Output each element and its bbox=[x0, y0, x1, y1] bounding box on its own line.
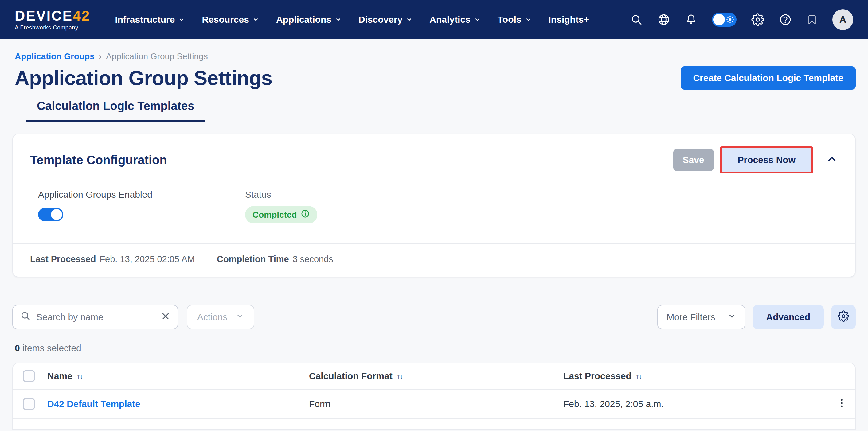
table-settings-button[interactable] bbox=[831, 305, 856, 329]
page-title: Application Group Settings bbox=[12, 66, 273, 90]
menu-label: Resources bbox=[202, 14, 249, 25]
search-box bbox=[12, 305, 178, 329]
more-filters-label: More Filters bbox=[666, 312, 715, 322]
template-configuration-card: Template Configuration Save Process Now … bbox=[12, 134, 856, 277]
chevron-down-icon bbox=[335, 16, 341, 23]
selection-count-number: 0 bbox=[15, 343, 20, 353]
row-checkbox[interactable] bbox=[23, 398, 35, 410]
theme-toggle[interactable] bbox=[712, 12, 737, 27]
row-checkbox-cell bbox=[13, 398, 47, 410]
menu-label: Insights+ bbox=[549, 14, 589, 25]
card-actions: Save Process Now bbox=[673, 146, 838, 173]
more-filters-dropdown[interactable]: More Filters bbox=[657, 305, 745, 329]
status-field: Status Completed bbox=[245, 190, 317, 224]
column-header-name: Name ↑↓ bbox=[47, 371, 309, 381]
status-value: Completed bbox=[252, 210, 297, 220]
application-groups-enabled-toggle[interactable] bbox=[38, 208, 63, 221]
row-name-cell: D42 Default Template bbox=[47, 399, 309, 409]
application-groups-enabled-field: Application Groups Enabled bbox=[38, 190, 245, 224]
template-name-link[interactable]: D42 Default Template bbox=[47, 399, 141, 409]
completion-time-meta: Completion Time 3 seconds bbox=[217, 254, 333, 264]
brand-text: DEVICE42 bbox=[15, 9, 90, 23]
last-processed-meta: Last Processed Feb. 13, 2025 02:05 AM bbox=[30, 254, 195, 264]
selection-count-text: items selected bbox=[20, 343, 82, 353]
chevron-down-icon bbox=[253, 16, 259, 23]
chevron-down-icon bbox=[727, 312, 736, 323]
enabled-label: Application Groups Enabled bbox=[38, 190, 245, 200]
close-icon bbox=[161, 311, 170, 323]
table-row: D42 Default Template Form Feb. 13, 2025,… bbox=[13, 390, 855, 419]
card-title: Template Configuration bbox=[30, 153, 167, 167]
chevron-down-icon bbox=[525, 16, 531, 23]
list-toolbar: Actions More Filters Advanced bbox=[12, 305, 856, 329]
last-processed-label: Last Processed bbox=[30, 254, 96, 264]
process-now-button[interactable]: Process Now bbox=[720, 146, 813, 173]
save-button[interactable]: Save bbox=[673, 149, 714, 171]
search-icon[interactable] bbox=[630, 13, 643, 26]
breadcrumb-link-application-groups[interactable]: Application Groups bbox=[15, 52, 95, 61]
menu-tools[interactable]: Tools bbox=[498, 14, 531, 25]
breadcrumb-separator: › bbox=[99, 52, 102, 61]
select-all-checkbox[interactable] bbox=[23, 370, 35, 382]
toolbar-right-group: More Filters Advanced bbox=[657, 305, 856, 329]
completion-time-value: 3 seconds bbox=[293, 254, 333, 264]
search-input[interactable] bbox=[36, 312, 155, 322]
tab-calculation-logic-templates[interactable]: Calculation Logic Templates bbox=[26, 99, 205, 122]
toggle-knob bbox=[51, 209, 62, 220]
column-label: Name bbox=[47, 371, 72, 381]
menu-applications[interactable]: Applications bbox=[276, 14, 341, 25]
card-footer: Last Processed Feb. 13, 2025 02:05 AM Co… bbox=[13, 244, 855, 276]
breadcrumb: Application Groups › Application Group S… bbox=[15, 52, 853, 61]
top-navbar: DEVICE42 A Freshworks Company Infrastruc… bbox=[0, 0, 868, 39]
card-header: Template Configuration Save Process Now bbox=[13, 134, 855, 173]
row-actions-menu-button[interactable] bbox=[834, 395, 849, 413]
title-row: Application Group Settings Create Calcul… bbox=[12, 66, 856, 90]
menu-label: Infrastructure bbox=[115, 14, 175, 25]
gear-icon[interactable] bbox=[751, 13, 764, 26]
menu-analytics[interactable]: Analytics bbox=[429, 14, 480, 25]
search-icon bbox=[20, 311, 31, 324]
clear-search-button[interactable] bbox=[161, 311, 170, 323]
sort-icon[interactable]: ↑↓ bbox=[636, 372, 642, 380]
last-processed-value: Feb. 13, 2025 02:05 AM bbox=[99, 254, 195, 264]
bell-icon[interactable] bbox=[685, 13, 697, 26]
main-menu: Infrastructure Resources Applications Di… bbox=[115, 14, 589, 25]
info-icon[interactable] bbox=[301, 209, 310, 221]
table-header-row: Name ↑↓ Calculation Format ↑↓ Last Proce… bbox=[13, 363, 855, 390]
kebab-icon bbox=[836, 398, 847, 411]
menu-label: Applications bbox=[276, 14, 332, 25]
calculation-format-value: Form bbox=[309, 399, 331, 409]
menu-discovery[interactable]: Discovery bbox=[359, 14, 412, 25]
device42-logo[interactable]: DEVICE42 A Freshworks Company bbox=[15, 9, 90, 31]
menu-resources[interactable]: Resources bbox=[202, 14, 259, 25]
row-menu-cell bbox=[828, 395, 855, 413]
menu-infrastructure[interactable]: Infrastructure bbox=[115, 14, 185, 25]
menu-label: Discovery bbox=[359, 14, 402, 25]
user-avatar[interactable]: A bbox=[832, 9, 853, 30]
advanced-button[interactable]: Advanced bbox=[753, 305, 824, 329]
status-label: Status bbox=[245, 190, 317, 200]
sun-icon bbox=[725, 15, 735, 27]
menu-insights-plus[interactable]: Insights+ bbox=[549, 14, 589, 25]
completion-time-label: Completion Time bbox=[217, 254, 289, 264]
collapse-card-button[interactable] bbox=[826, 153, 838, 167]
brand-accent: 42 bbox=[73, 8, 90, 24]
row-last-processed-cell: Feb. 13, 2025, 2:05 a.m. bbox=[563, 399, 828, 409]
templates-table: Name ↑↓ Calculation Format ↑↓ Last Proce… bbox=[12, 363, 856, 430]
brand-tagline: A Freshworks Company bbox=[15, 25, 90, 31]
gear-icon bbox=[838, 310, 849, 324]
sort-icon[interactable]: ↑↓ bbox=[77, 372, 83, 380]
create-calculation-logic-template-button[interactable]: Create Calculation Logic Template bbox=[681, 66, 856, 90]
sort-icon[interactable]: ↑↓ bbox=[397, 372, 403, 380]
tab-bar: Calculation Logic Templates bbox=[12, 99, 856, 121]
chevron-down-icon bbox=[406, 16, 412, 23]
theme-toggle-knob bbox=[713, 14, 725, 26]
navbar-icon-group: A bbox=[630, 9, 853, 30]
actions-dropdown[interactable]: Actions bbox=[187, 305, 254, 329]
last-processed-value: Feb. 13, 2025, 2:05 a.m. bbox=[563, 399, 664, 409]
header-checkbox-cell bbox=[13, 370, 47, 382]
globe-icon[interactable] bbox=[657, 13, 670, 26]
breadcrumb-current: Application Group Settings bbox=[106, 52, 208, 61]
help-icon[interactable] bbox=[779, 13, 792, 26]
bookmark-icon[interactable] bbox=[807, 13, 818, 26]
